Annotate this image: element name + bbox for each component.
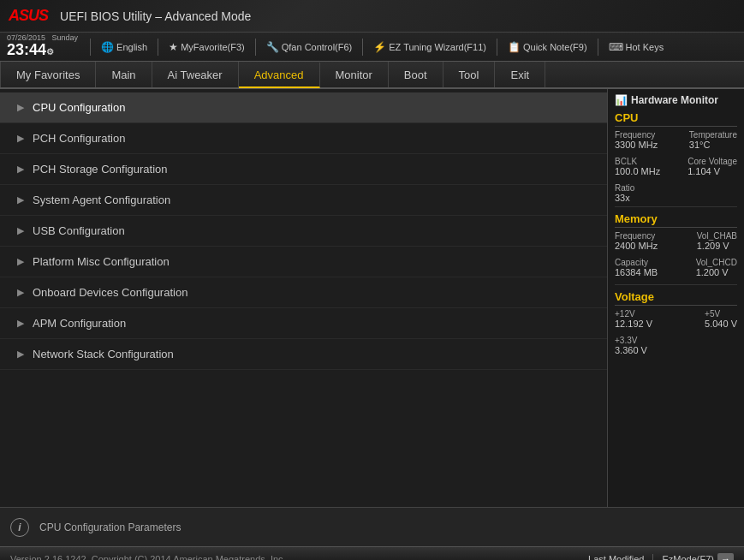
menu-item-network-stack[interactable]: ▶ Network Stack Configuration [0, 339, 607, 370]
toolbar-quicknote[interactable]: 📋 Quick Note(F9) [503, 39, 592, 55]
cpu-freq-label: Frequency [615, 130, 658, 140]
header-title: UEFI BIOS Utility – Advanced Mode [60, 9, 735, 23]
menu-item-apm-config[interactable]: ▶ APM Configuration [0, 308, 607, 339]
fan-icon: 🔧 [266, 41, 279, 53]
status-text: CPU Configuration Parameters [39, 521, 181, 533]
info-icon: i [10, 518, 29, 537]
cpu-vcore-label: Core Voltage [687, 157, 737, 166]
mem-cap-value: 16384 MB [615, 267, 658, 277]
menu-arrow-network: ▶ [17, 349, 24, 360]
cpu-bclk-label: BCLK [615, 157, 660, 166]
mem-volchcd-value: 1.200 V [696, 267, 737, 277]
hw-cpu-freq-row: Frequency 3300 MHz Temperature 31°C [615, 130, 737, 153]
menu-arrow-usb: ▶ [17, 225, 24, 236]
menu-label-network: Network Stack Configuration [33, 348, 174, 360]
language-label: English [116, 42, 147, 52]
menu-item-usb-config[interactable]: ▶ USB Configuration [0, 216, 607, 247]
hw-volt-33v: +3.3V 3.360 V [615, 336, 737, 355]
footer-right: Last Modified EzMode(F7) → [588, 553, 734, 561]
menu-label-pch-storage: PCH Storage Configuration [33, 163, 168, 176]
volt-5v-value: 5.040 V [705, 319, 737, 329]
menu-arrow-apm: ▶ [17, 318, 24, 329]
cpu-vcore-value: 1.104 V [687, 166, 737, 176]
footer-version: Version 2.16.1242. Copyright (C) 2014 Am… [10, 554, 286, 561]
toolbar: 07/26/2015 Sunday 23:44⚙ 🌐 English ★ MyF… [0, 33, 744, 62]
menu-label-usb: USB Configuration [33, 224, 125, 237]
hw-cpu-bclk: BCLK 100.0 MHz [615, 157, 660, 176]
hw-cpu-section: CPU [615, 111, 737, 127]
asus-logo: ASUS [9, 7, 48, 25]
volt-5v-label: +5V [705, 309, 737, 319]
tab-ai-tweaker[interactable]: Ai Tweaker [152, 62, 239, 87]
menu-arrow-system-agent: ▶ [17, 194, 24, 206]
toolbar-separator-4 [362, 39, 363, 56]
volt-12v-value: 12.192 V [615, 319, 652, 329]
toolbar-separator-1 [90, 39, 91, 56]
menu-arrow-pch-storage: ▶ [17, 164, 24, 175]
star-icon: ★ [169, 41, 178, 53]
tab-exit[interactable]: Exit [495, 62, 545, 87]
hw-cpu-frequency: Frequency 3300 MHz [615, 130, 658, 150]
toolbar-hotkeys[interactable]: ⌨ Hot Keys [604, 39, 670, 55]
hw-mem-capacity: Capacity 16384 MB [615, 258, 658, 277]
hw-monitor-title: 📊 Hardware Monitor [615, 94, 737, 106]
menu-arrow-cpu: ▶ [17, 102, 24, 113]
tab-monitor[interactable]: Monitor [320, 62, 389, 87]
hw-cpu-corevoltage: Core Voltage 1.104 V [687, 157, 737, 176]
header-bar: ASUS UEFI BIOS Utility – Advanced Mode [0, 0, 744, 33]
volt-33v-value: 3.360 V [615, 345, 737, 355]
globe-icon: 🌐 [101, 41, 114, 53]
hw-title-text: Hardware Monitor [631, 94, 718, 106]
mem-freq-value: 2400 MHz [615, 241, 658, 251]
tab-main[interactable]: Main [96, 62, 152, 87]
tab-my-favorites[interactable]: My Favorites [0, 62, 96, 87]
hw-mem-frequency: Frequency 2400 MHz [615, 231, 658, 251]
hw-cpu-bclk-row: BCLK 100.0 MHz Core Voltage 1.104 V [615, 157, 737, 180]
main-content: ▶ CPU Configuration ▶ PCH Configuration … [0, 89, 744, 507]
ezmode-button[interactable]: EzMode(F7) → [653, 553, 734, 561]
eztuning-label: EZ Tuning Wizard(F11) [389, 42, 486, 52]
qfan-label: Qfan Control(F6) [282, 42, 353, 52]
toolbar-qfan[interactable]: 🔧 Qfan Control(F6) [261, 39, 358, 55]
mem-volchab-value: 1.209 V [697, 241, 737, 251]
mem-cap-label: Capacity [615, 258, 658, 267]
toolbar-myfavorite[interactable]: ★ MyFavorite(F3) [164, 39, 250, 55]
day-text: Sunday [52, 33, 79, 42]
hw-mem-volchcd: Vol_CHCD 1.200 V [696, 258, 737, 277]
footer: Version 2.16.1242. Copyright (C) 2014 Am… [0, 546, 744, 560]
myfavorite-label: MyFavorite(F3) [181, 42, 245, 52]
last-modified-button[interactable]: Last Modified [588, 554, 653, 561]
menu-arrow-platform-misc: ▶ [17, 256, 24, 267]
hw-mem-volchab: Vol_CHAB 1.209 V [697, 231, 737, 251]
monitor-icon: 📊 [615, 94, 628, 106]
quicknote-label: Quick Note(F9) [523, 42, 587, 52]
hw-memory-section: Memory [615, 212, 737, 228]
menu-item-cpu-config[interactable]: ▶ CPU Configuration [0, 92, 607, 123]
menu-item-onboard-devices[interactable]: ▶ Onboard Devices Configuration [0, 277, 607, 308]
menu-item-platform-misc[interactable]: ▶ Platform Misc Configuration [0, 247, 607, 277]
menu-item-system-agent[interactable]: ▶ System Agent Configuration [0, 185, 607, 216]
cpu-freq-value: 3300 MHz [615, 140, 658, 150]
toolbar-separator-2 [158, 39, 158, 56]
toolbar-separator-5 [497, 39, 497, 56]
hw-divider-2 [615, 284, 737, 285]
ezmode-label: EzMode(F7) [662, 554, 714, 561]
status-bar: i CPU Configuration Parameters [0, 507, 744, 546]
tab-boot[interactable]: Boot [389, 62, 443, 87]
tab-advanced[interactable]: Advanced [239, 63, 320, 88]
settings-icon[interactable]: ⚙ [46, 47, 54, 57]
menu-arrow-pch: ▶ [17, 133, 24, 144]
toolbar-eztuning[interactable]: ⚡ EZ Tuning Wizard(F11) [368, 39, 491, 55]
toolbar-language[interactable]: 🌐 English [96, 39, 152, 55]
hw-voltage-section: Voltage [615, 290, 737, 306]
hw-mem-cap-row: Capacity 16384 MB Vol_CHCD 1.200 V [615, 258, 737, 281]
menu-item-pch-config[interactable]: ▶ PCH Configuration [0, 123, 607, 154]
menu-item-pch-storage[interactable]: ▶ PCH Storage Configuration [0, 154, 607, 185]
menu-label-onboard: Onboard Devices Configuration [33, 286, 187, 299]
mem-volchab-label: Vol_CHAB [697, 231, 737, 241]
right-panel: 📊 Hardware Monitor CPU Frequency 3300 MH… [607, 89, 744, 507]
hw-volt-5v: +5V 5.040 V [705, 309, 737, 329]
tab-tool[interactable]: Tool [443, 62, 496, 87]
hw-volt-12v: +12V 12.192 V [615, 309, 652, 329]
volt-12v-label: +12V [615, 309, 652, 319]
